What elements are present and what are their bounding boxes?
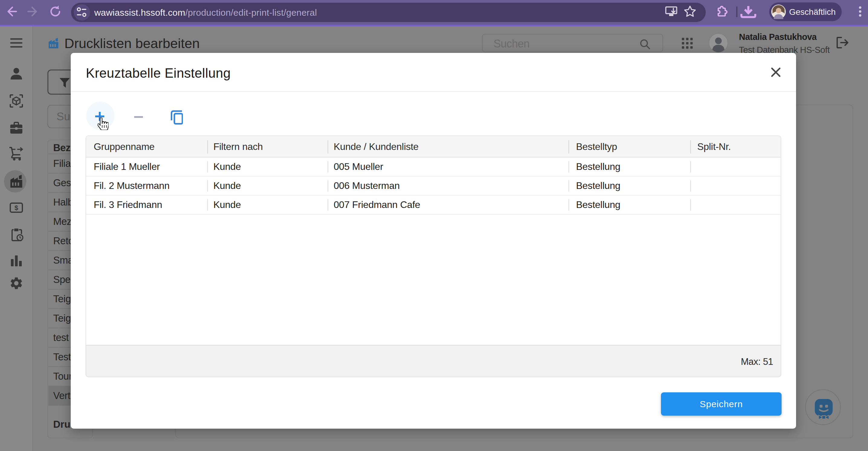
svg-text:$: $ <box>14 204 18 212</box>
